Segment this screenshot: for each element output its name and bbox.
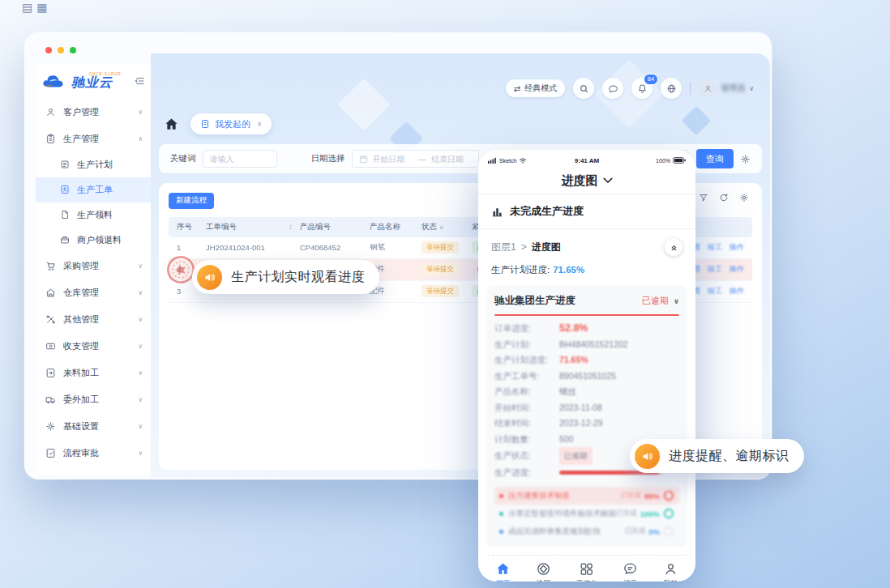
tab-collaboration[interactable]: 协同: [536, 561, 551, 582]
sort-icon[interactable]: [287, 224, 300, 231]
sidebar-item-production-picking[interactable]: 生产领料: [36, 202, 151, 228]
minimize-window-button[interactable]: [58, 47, 64, 53]
sidebar-item-incoming-processing[interactable]: 来料加工 ∨: [36, 360, 151, 386]
action-finish-link[interactable]: 竣工: [708, 242, 722, 253]
background-illustration: [337, 78, 390, 130]
user-menu[interactable]: 管理员 ∨: [699, 79, 754, 97]
sidebar-item-label: 基础设置: [63, 420, 99, 432]
grid-icon[interactable]: ▤: [22, 1, 36, 14]
group-title: 驰业集团生产进度: [494, 294, 576, 308]
desktop-background: ▤▦ CHYE CLOUD 驰业云: [0, 0, 890, 588]
refresh-icon[interactable]: [719, 193, 729, 202]
search-icon: [579, 83, 589, 94]
tab-home[interactable]: 首页: [495, 561, 511, 582]
phone-section-header: 未完成生产进度: [478, 194, 695, 228]
search-button[interactable]: [573, 78, 594, 99]
plan-progress-label: 生产计划进度:: [491, 265, 550, 275]
phone-page-title[interactable]: 进度图: [478, 168, 695, 194]
signal-icon: [488, 157, 497, 164]
action-more-link[interactable]: 操作: [730, 264, 744, 275]
sidebar-item-merchant-return[interactable]: 商户领退料: [36, 228, 151, 253]
col-header-status[interactable]: 状态∨: [421, 222, 472, 232]
task-row[interactable]: 成品完成即将售卖规划阶段 已完成 0%: [494, 522, 679, 540]
table-toolbar: [699, 193, 749, 202]
sidebar-item-production-workorder[interactable]: 生产工单: [36, 177, 151, 202]
action-more-link[interactable]: 操作: [730, 242, 744, 253]
task-name: 成品完成即将售卖规划阶段: [508, 526, 601, 537]
collapse-sidebar-icon[interactable]: [135, 75, 146, 87]
action-finish-link[interactable]: 竣工: [708, 264, 722, 275]
keyword-input[interactable]: [203, 150, 277, 168]
callout-overdue-alert: 进度提醒、逾期标识: [630, 439, 804, 473]
phone-tab-bar: 首页 协同 工作台 消息 我的: [478, 556, 695, 582]
layout-icon[interactable]: ▦: [36, 1, 51, 14]
maximize-window-button[interactable]: [70, 47, 76, 53]
sidebar-item-finance-mgmt[interactable]: 收支管理 ∨: [36, 333, 151, 360]
column-settings-icon[interactable]: [739, 193, 749, 202]
breadcrumb-current: 进度图: [532, 241, 561, 254]
phone-panel: Sketch 9:41 AM 100% 进度图 未完成生产进度 图层1 > 进度…: [478, 150, 695, 582]
truck-icon: [45, 394, 57, 406]
progress-ring-icon: [663, 508, 674, 519]
sidebar-item-label: 仓库管理: [63, 287, 99, 299]
message-icon: [623, 561, 638, 577]
breadcrumb-separator: >: [521, 241, 527, 253]
col-header-order: 工单编号: [206, 222, 287, 232]
callout-text: 生产计划实时观看进度: [231, 269, 365, 286]
task-row[interactable]: 压力灌浆技术制造 已完成 89%: [494, 487, 679, 505]
new-process-button[interactable]: 新建流程: [169, 193, 214, 209]
date-range-picker[interactable]: —: [352, 150, 480, 168]
language-button[interactable]: [661, 78, 682, 99]
window-controls: [45, 47, 76, 53]
collapse-button[interactable]: [665, 238, 682, 256]
sidebar-item-label: 生产计划: [77, 159, 113, 171]
chevron-up-icon: ∧: [138, 135, 143, 143]
gear-icon: [45, 421, 57, 432]
sidebar-item-label: 流程审批: [63, 447, 99, 459]
sidebar: CHYE CLOUD 驰业云 客户管理 ∨ 生产管理 ∧ 生产计划: [36, 65, 151, 475]
sidebar-item-production-mgmt[interactable]: 生产管理 ∧: [36, 126, 151, 152]
topbar: ⇄ 经典模式 84 管理员 ∨: [506, 78, 754, 99]
sidebar-item-warehouse-mgmt[interactable]: 仓库管理 ∨: [36, 279, 151, 306]
sidebar-item-customer-mgmt[interactable]: 客户管理 ∨: [36, 99, 151, 126]
col-header-product-name: 产品名称: [370, 222, 421, 232]
sidebar-item-label: 来料加工: [63, 367, 99, 379]
home-icon[interactable]: [164, 117, 179, 132]
close-window-button[interactable]: [45, 47, 52, 53]
classic-mode-label: 经典模式: [524, 83, 557, 94]
notification-badge: 84: [644, 74, 658, 85]
sidebar-item-other-mgmt[interactable]: 其他管理 ∨: [36, 306, 151, 333]
close-tab-icon[interactable]: ×: [257, 120, 262, 129]
sidebar-item-label: 生产领料: [77, 209, 113, 221]
sidebar-item-label: 收支管理: [63, 340, 99, 352]
filter-icon[interactable]: [699, 193, 708, 202]
sidebar-item-purchase-mgmt[interactable]: 采购管理 ∨: [36, 253, 151, 279]
sidebar-item-basic-settings[interactable]: 基础设置 ∨: [36, 413, 151, 440]
date-start-input[interactable]: [373, 151, 413, 166]
sidebar-item-process-approval[interactable]: 流程审批 ∨: [36, 440, 151, 467]
group-progress-panel: 驰业集团生产进度 已逾期 ∨ 订单进度:52.8% 生产计划:BH4840515…: [486, 286, 687, 547]
action-more-link[interactable]: 操作: [730, 286, 744, 296]
sidebar-item-production-plan[interactable]: 生产计划: [36, 152, 151, 177]
notifications-button[interactable]: 84: [631, 78, 653, 99]
calendar-icon: [359, 155, 368, 164]
chevron-down-icon: [603, 177, 613, 184]
brand-name: 驰业云: [71, 76, 122, 89]
messages-button[interactable]: [602, 78, 623, 99]
sidebar-item-outsourcing[interactable]: 委外加工 ∨: [36, 386, 151, 413]
date-label: 日期选择: [311, 153, 345, 164]
breadcrumb-parent[interactable]: 图层1: [491, 241, 516, 254]
tab-messages[interactable]: 消息: [623, 561, 638, 582]
group-header[interactable]: 驰业集团生产进度 已逾期 ∨: [494, 294, 679, 308]
tab-my-initiated[interactable]: 我发起的 ×: [190, 113, 272, 134]
search-submit-button[interactable]: 查询: [696, 149, 734, 168]
filter-settings-icon[interactable]: [740, 154, 751, 164]
task-row[interactable]: 冷寒定型塑造环境件施技术赋能 已完成 100%: [494, 505, 679, 522]
tab-profile[interactable]: 我的: [663, 561, 678, 582]
progress-ring-icon: [663, 490, 674, 501]
date-end-input[interactable]: [431, 151, 472, 166]
tab-workbench[interactable]: 工作台: [576, 561, 597, 582]
classic-mode-button[interactable]: ⇄ 经典模式: [506, 79, 565, 97]
action-finish-link[interactable]: 竣工: [708, 286, 722, 296]
chevron-down-icon: ∨: [138, 262, 143, 270]
